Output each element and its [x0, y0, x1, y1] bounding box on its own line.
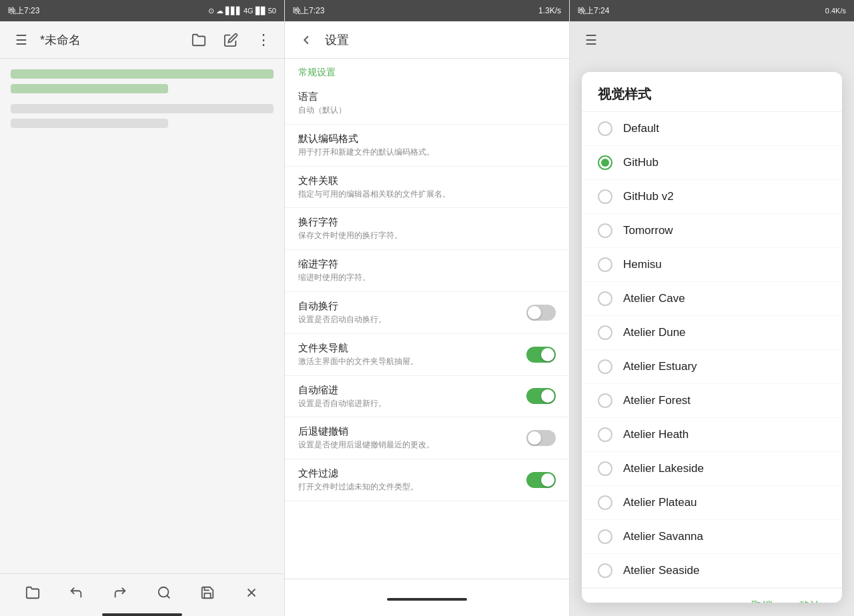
settings-item-file-assoc[interactable]: 文件关联 指定与可用的编辑器相关联的文件扩展名。 [285, 167, 569, 209]
settings-item-encoding[interactable]: 默认编码格式 用于打开和新建文件的默认编码格式。 [285, 125, 569, 167]
settings-folder-nav-desc: 激活主界面中的文件夹导航抽屉。 [298, 356, 526, 367]
visual-style-dialog: 视觉样式 Default GitHub GitHub v2 [582, 72, 842, 603]
settings-file-assoc-desc: 指定与可用的编辑器相关联的文件扩展名。 [298, 189, 556, 200]
settings-item-file-filter[interactable]: 文件过滤 打开文件时过滤未知的文件类型。 [285, 459, 569, 501]
editor-content [0, 59, 284, 573]
radio-atelier-heath [598, 427, 612, 442]
theme-item-atelier-cave[interactable]: Atelier Cave [582, 282, 842, 316]
status-speed-3: 0.4K/s [825, 7, 846, 15]
theme-item-atelier-seaside[interactable]: Atelier Seaside [582, 554, 842, 588]
editor-bottom-toolbar [0, 573, 284, 611]
theme-label-atelier-dune: Atelier Dune [623, 326, 686, 339]
settings-page-title: 设置 [325, 32, 349, 48]
settings-item-indent-char[interactable]: 缩进字符 缩进时使用的字符。 [285, 250, 569, 292]
undo-icon[interactable] [65, 582, 87, 603]
settings-encoding-desc: 用于打开和新建文件的默认编码格式。 [298, 147, 556, 158]
theme-label-atelier-seaside: Atelier Seaside [623, 564, 699, 577]
settings-content: 常规设置 语言 自动（默认） 默认编码格式 用于打开和新建文件的默认编码格式。 … [285, 59, 569, 579]
confirm-button[interactable]: 确认 [794, 597, 826, 603]
toggle-auto-indent[interactable] [526, 388, 556, 404]
folder-icon[interactable] [188, 29, 209, 51]
status-speed-2: 1.3K/s [538, 6, 561, 15]
cancel-button[interactable]: 取消 [746, 597, 778, 603]
status-time-2: 晚上7:23 [293, 5, 324, 17]
settings-item-language[interactable]: 语言 自动（默认） [285, 83, 569, 125]
settings-language-title: 语言 [298, 91, 556, 103]
radio-atelier-plateau [598, 495, 612, 510]
radio-github [598, 155, 612, 170]
radio-atelier-estuary [598, 359, 612, 374]
save-icon[interactable] [197, 582, 218, 603]
toggle-folder-nav[interactable] [526, 347, 556, 363]
svg-point-0 [159, 587, 169, 597]
settings-item-backspace-undo[interactable]: 后退键撤销 设置是否使用后退键撤销最近的更改。 [285, 417, 569, 459]
editor-line [11, 104, 274, 113]
settings-auto-wrap-title: 自动换行 [298, 300, 526, 313]
dialog-panel-menu-icon[interactable]: ☰ [580, 29, 602, 51]
theme-item-atelier-estuary[interactable]: Atelier Estuary [582, 350, 842, 384]
toggle-backspace-undo[interactable] [526, 430, 556, 446]
settings-file-filter-title: 文件过滤 [298, 467, 526, 480]
editor-line [11, 69, 274, 79]
settings-item-folder-nav[interactable]: 文件夹导航 激活主界面中的文件夹导航抽屉。 [285, 334, 569, 376]
theme-item-atelier-dune[interactable]: Atelier Dune [582, 316, 842, 350]
settings-file-filter-desc: 打开文件时过滤未知的文件类型。 [298, 481, 526, 493]
search-icon[interactable] [153, 582, 175, 603]
editor-toolbar-icons: ⋮ [188, 29, 274, 51]
theme-label-atelier-plateau: Atelier Plateau [623, 496, 697, 509]
theme-label-atelier-forest: Atelier Forest [623, 394, 691, 407]
radio-atelier-lakeside [598, 461, 612, 476]
pencil-icon[interactable] [220, 29, 242, 51]
settings-language-desc: 自动（默认） [298, 105, 556, 116]
radio-atelier-forest [598, 393, 612, 408]
theme-label-atelier-heath: Atelier Heath [623, 428, 689, 441]
back-icon[interactable] [296, 29, 317, 51]
dialog-theme-list: Default GitHub GitHub v2 Tomorrow [582, 112, 842, 588]
toggle-auto-wrap[interactable] [526, 305, 556, 321]
settings-item-auto-wrap[interactable]: 自动换行 设置是否启动自动换行。 [285, 292, 569, 334]
editor-line [11, 84, 168, 93]
dialog-title: 视觉样式 [598, 85, 826, 103]
close-icon[interactable] [241, 582, 262, 603]
theme-item-default[interactable]: Default [582, 112, 842, 146]
status-bar-2: 晚上7:23 1.3K/s [285, 0, 569, 21]
theme-label-default: Default [623, 122, 659, 135]
status-bar-1: 晚上7:23 ⊙ ☁ ▋▋▋ 4G ▊▊ 50 [0, 0, 284, 21]
toggle-knob-auto-indent [541, 389, 554, 403]
radio-atelier-dune [598, 325, 612, 340]
radio-github-v2 [598, 189, 612, 204]
toggle-knob-backspace-undo [528, 431, 541, 445]
settings-top-bar: 设置 [285, 21, 569, 59]
radio-atelier-savanna [598, 529, 612, 544]
theme-label-tomorrow: Tomorrow [623, 224, 673, 237]
theme-item-atelier-heath[interactable]: Atelier Heath [582, 418, 842, 452]
theme-item-tomorrow[interactable]: Tomorrow [582, 214, 842, 248]
theme-item-hemisu[interactable]: Hemisu [582, 248, 842, 282]
settings-file-assoc-title: 文件关联 [298, 175, 556, 187]
dialog-panel: 晚上7:24 0.4K/s ☰ 视觉样式 Default GitHub [570, 0, 854, 616]
theme-item-github-v2[interactable]: GitHub v2 [582, 180, 842, 214]
theme-item-github[interactable]: GitHub [582, 146, 842, 180]
nav-indicator-2 [387, 598, 467, 601]
more-icon[interactable]: ⋮ [252, 29, 274, 51]
nav-indicator-1 [102, 613, 182, 616]
dialog-header: 视觉样式 [582, 72, 842, 112]
settings-folder-nav-title: 文件夹导航 [298, 342, 526, 355]
settings-item-line-ending[interactable]: 换行字符 保存文件时使用的换行字符。 [285, 208, 569, 250]
menu-icon[interactable]: ☰ [11, 29, 32, 51]
theme-label-atelier-savanna: Atelier Savanna [623, 530, 703, 543]
editor-line [11, 119, 168, 128]
theme-item-atelier-savanna[interactable]: Atelier Savanna [582, 520, 842, 554]
theme-item-atelier-plateau[interactable]: Atelier Plateau [582, 486, 842, 520]
editor-panel: 晚上7:23 ⊙ ☁ ▋▋▋ 4G ▊▊ 50 ☰ *未命名 ⋮ [0, 0, 285, 616]
theme-item-atelier-lakeside[interactable]: Atelier Lakeside [582, 452, 842, 486]
redo-icon[interactable] [109, 582, 131, 603]
folder-nav-icon[interactable] [22, 582, 43, 603]
radio-atelier-cave [598, 291, 612, 306]
toggle-file-filter[interactable] [526, 472, 556, 488]
radio-tomorrow [598, 223, 612, 238]
radio-atelier-seaside [598, 563, 612, 578]
settings-item-auto-indent[interactable]: 自动缩进 设置是否自动缩进新行。 [285, 376, 569, 418]
theme-item-atelier-forest[interactable]: Atelier Forest [582, 384, 842, 418]
toggle-knob-folder-nav [541, 348, 554, 361]
